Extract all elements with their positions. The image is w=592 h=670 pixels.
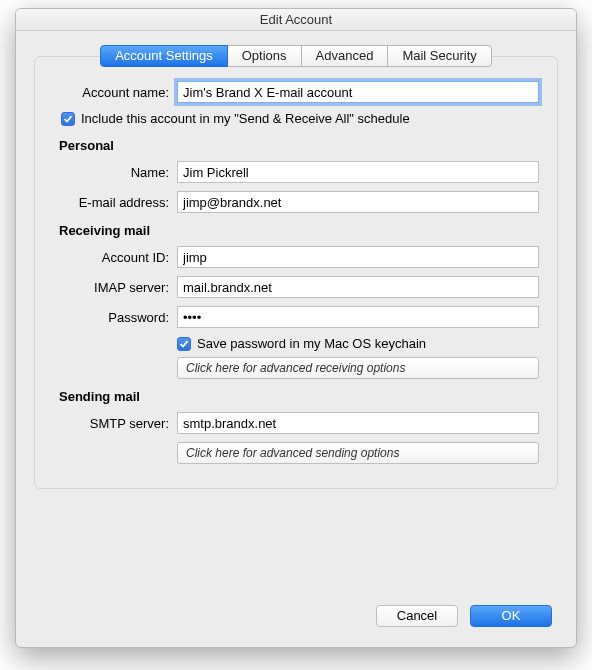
save-password-label: Save password in my Mac OS keychain (197, 336, 426, 351)
email-input[interactable] (177, 191, 539, 213)
personal-name-input[interactable] (177, 161, 539, 183)
tab-mail-security[interactable]: Mail Security (387, 45, 491, 67)
account-id-label: Account ID: (53, 250, 169, 265)
account-id-input[interactable] (177, 246, 539, 268)
window-title: Edit Account (16, 9, 576, 31)
sending-header: Sending mail (59, 389, 539, 404)
password-input[interactable] (177, 306, 539, 328)
settings-panel: Account name: Include this account in my… (34, 56, 558, 489)
imap-server-label: IMAP server: (53, 280, 169, 295)
edit-account-window: Edit Account Account Settings Options Ad… (15, 8, 577, 648)
imap-server-input[interactable] (177, 276, 539, 298)
email-label: E-mail address: (53, 195, 169, 210)
tab-bar: Account Settings Options Advanced Mail S… (16, 45, 576, 67)
smtp-server-label: SMTP server: (53, 416, 169, 431)
advanced-receiving-button[interactable]: Click here for advanced receiving option… (177, 357, 539, 379)
dialog-footer: Cancel OK (16, 591, 576, 647)
personal-header: Personal (59, 138, 539, 153)
account-name-input[interactable] (177, 81, 539, 103)
password-label: Password: (53, 310, 169, 325)
include-schedule-checkbox[interactable] (61, 112, 75, 126)
receiving-header: Receiving mail (59, 223, 539, 238)
tab-options[interactable]: Options (227, 45, 302, 67)
account-name-label: Account name: (53, 85, 169, 100)
save-password-checkbox[interactable] (177, 337, 191, 351)
ok-button[interactable]: OK (470, 605, 552, 627)
cancel-button[interactable]: Cancel (376, 605, 458, 627)
tab-account-settings[interactable]: Account Settings (100, 45, 228, 67)
tab-advanced[interactable]: Advanced (301, 45, 389, 67)
smtp-server-input[interactable] (177, 412, 539, 434)
include-schedule-label: Include this account in my "Send & Recei… (81, 111, 410, 126)
personal-name-label: Name: (53, 165, 169, 180)
advanced-sending-button[interactable]: Click here for advanced sending options (177, 442, 539, 464)
